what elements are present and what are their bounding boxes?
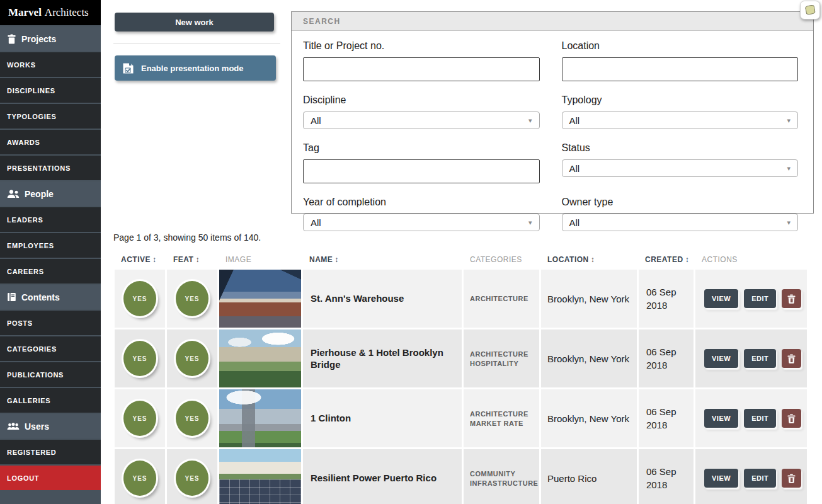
year-of-completion-select[interactable]: All▾ [303, 214, 540, 231]
sidebar-section-label: Contents [21, 292, 60, 302]
search-field-year-of-completion: Year of completionAll▾ [303, 197, 540, 231]
save-check-icon [122, 62, 134, 74]
edit-button[interactable]: EDIT [744, 349, 776, 368]
search-field-status: StatusAll▾ [562, 142, 799, 177]
field-label: Location [562, 40, 799, 52]
table-row: YESYES1 ClintonARCHITECTUREMARKET RATEBr… [115, 389, 809, 447]
delete-button[interactable] [782, 349, 801, 368]
edit-button[interactable]: EDIT [744, 289, 776, 308]
column-header-location[interactable]: LOCATION↕ [541, 255, 637, 264]
search-field-typology: TypologyAll▾ [562, 94, 799, 129]
sidebar-section-projects[interactable]: Projects [0, 26, 101, 51]
row-actions: VIEWEDIT [695, 329, 807, 387]
sidebar-item-awards[interactable]: AWARDS [0, 130, 101, 154]
new-work-button[interactable]: New work [115, 13, 274, 32]
sidebar-item-presentations[interactable]: PRESENTATIONS [0, 156, 101, 180]
sidebar-item-label: WORKS [7, 61, 36, 69]
search-field-discipline: DisciplineAll▾ [303, 94, 540, 129]
toolbar-divider [113, 43, 280, 44]
category-label: ARCHITECTURE [470, 295, 528, 302]
typology-select[interactable]: All▾ [562, 112, 799, 129]
users-icon [7, 422, 20, 430]
projects-table: ACTIVE↕FEAT↕IMAGENAME↕CATEGORIESLOCATION… [115, 249, 809, 504]
trash-icon [787, 354, 796, 364]
sidebar-section-users[interactable]: Users [0, 414, 101, 438]
project-thumbnail [219, 329, 301, 387]
clipboard-icon [7, 34, 16, 44]
delete-button[interactable] [782, 409, 801, 428]
featured-toggle[interactable]: YES [176, 461, 208, 496]
sidebar-item-disciplines[interactable]: DISCIPLINES [0, 78, 101, 103]
delete-button[interactable] [782, 469, 801, 488]
brand-name-bold: Marvel [8, 6, 42, 19]
enable-presentation-mode-button[interactable]: Enable presentation mode [115, 55, 276, 81]
select-value: All [569, 115, 580, 126]
column-header-feat[interactable]: FEAT↕ [167, 255, 217, 264]
title-or-project-no-input[interactable] [303, 57, 540, 81]
sidebar-section-label: People [25, 189, 54, 199]
sidebar-item-posts[interactable]: POSTS [0, 311, 101, 335]
active-toggle[interactable]: YES [123, 401, 156, 436]
select-value: All [569, 217, 580, 228]
featured-toggle[interactable]: YES [176, 341, 208, 376]
sort-icon: ↕ [685, 255, 690, 264]
search-panel-title: SEARCH [292, 12, 813, 31]
view-button[interactable]: VIEW [704, 349, 738, 368]
chevron-down-icon: ▾ [528, 117, 532, 125]
sidebar-item-categories[interactable]: CATEGORIES [0, 336, 101, 361]
search-field-location: Location [562, 40, 799, 81]
sidebar-item-employees[interactable]: EMPLOYEES [0, 233, 101, 258]
delete-button[interactable] [782, 289, 801, 308]
owner-type-select[interactable]: All▾ [562, 214, 799, 231]
sidebar-item-works[interactable]: WORKS [0, 52, 101, 77]
column-header-image: IMAGE [219, 255, 301, 264]
column-header-active[interactable]: ACTIVE↕ [115, 255, 165, 264]
sidebar-item-careers[interactable]: CAREERS [0, 259, 101, 284]
active-toggle[interactable]: YES [123, 461, 156, 496]
active-toggle[interactable]: YES [123, 341, 156, 376]
sidebar-item-label: PUBLICATIONS [7, 371, 64, 379]
sidebar-section-contents[interactable]: Contents [0, 285, 101, 309]
column-header-created[interactable]: CREATED↕ [639, 255, 694, 264]
featured-toggle[interactable]: YES [176, 281, 208, 316]
pagination-summary: Page 1 of 3, showing 50 items of 140. [113, 232, 261, 243]
sidebar-item-publications[interactable]: PUBLICATIONS [0, 362, 101, 387]
sidebar: MarvelArchitectsProjectsWORKSDISCIPLINES… [0, 0, 101, 504]
location-input[interactable] [562, 57, 799, 81]
view-button[interactable]: VIEW [704, 409, 738, 428]
sidebar-item-galleries[interactable]: GALLERIES [0, 388, 101, 413]
sidebar-item-label: DISCIPLINES [7, 87, 55, 94]
select-value: All [569, 163, 580, 174]
tag-input[interactable] [303, 159, 540, 183]
featured-toggle[interactable]: YES [176, 401, 208, 436]
field-label: Typology [562, 94, 799, 106]
sidebar-item-label: POSTS [7, 319, 33, 327]
row-actions: VIEWEDIT [695, 270, 807, 328]
column-header-name[interactable]: NAME↕ [303, 255, 462, 264]
debug-toolbar-button[interactable] [800, 1, 820, 20]
people-icon [7, 190, 20, 198]
edit-button[interactable]: EDIT [744, 469, 776, 488]
field-label: Tag [303, 142, 540, 154]
presentation-button-label: Enable presentation mode [141, 64, 244, 73]
field-label: Owner type [562, 197, 799, 208]
sidebar-item-typologies[interactable]: TYPOLOGIES [0, 104, 101, 129]
edit-button[interactable]: EDIT [744, 409, 776, 428]
sidebar-item-label: AWARDS [7, 139, 40, 146]
project-categories: ARCHITECTUREHOSPITALITY [464, 329, 539, 387]
view-button[interactable]: VIEW [704, 289, 738, 308]
discipline-select[interactable]: All▾ [303, 112, 540, 129]
view-button[interactable]: VIEW [704, 469, 738, 488]
search-field-tag: Tag [303, 142, 540, 183]
active-toggle[interactable]: YES [123, 281, 156, 316]
sidebar-item-logout[interactable]: LOGOUT [0, 466, 101, 490]
status-select[interactable]: All▾ [562, 159, 799, 177]
field-label: Title or Project no. [303, 40, 540, 52]
sidebar-item-registered[interactable]: REGISTERED [0, 440, 101, 464]
sidebar-item-label: TYPOLOGIES [7, 113, 57, 120]
category-label: HOSPITALITY [470, 360, 518, 367]
sidebar-item-leaders[interactable]: LEADERS [0, 207, 101, 232]
sidebar-section-people[interactable]: People [0, 181, 101, 206]
search-fields: Title or Project no.LocationDisciplineAl… [292, 31, 813, 231]
table-body: YESYESSt. Ann's WarehouseARCHITECTUREBro… [115, 270, 809, 504]
